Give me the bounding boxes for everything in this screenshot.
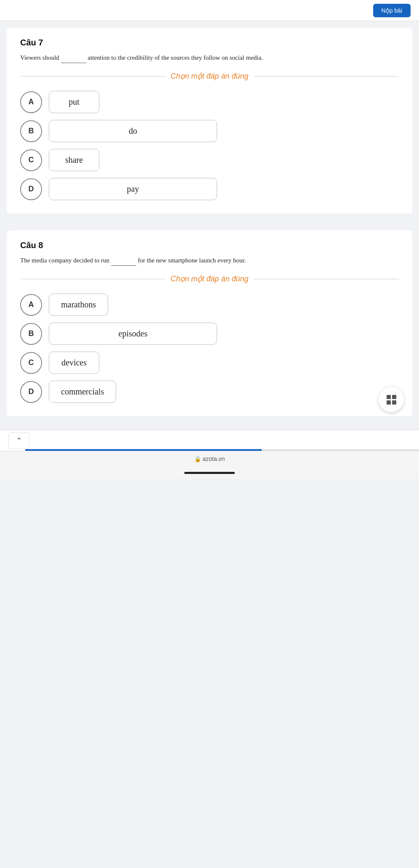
q7-box-d[interactable]: pay (49, 178, 217, 200)
q8-box-d[interactable]: commercials (49, 381, 116, 403)
q7-letter-a: A (20, 91, 42, 113)
scroll-up-button[interactable]: ⌃ (8, 432, 29, 449)
question-7-text: Viewers should attention to the credibil… (20, 53, 399, 63)
question-8-title: Câu 8 (20, 241, 399, 250)
q7-text-before: Viewers should (20, 54, 59, 61)
q7-text-after: attention to the credibility of the sour… (88, 54, 263, 61)
home-bar (184, 472, 235, 474)
divider-line-right (254, 76, 399, 77)
q8-option-c[interactable]: C devices (20, 352, 399, 374)
footer-url: 🔒 azota.vn (0, 451, 419, 466)
question-7-card: Câu 7 Viewers should attention to the cr… (7, 28, 412, 214)
q8-option-a[interactable]: A marathons (20, 294, 399, 316)
q7-option-d[interactable]: D pay (20, 178, 399, 200)
q7-option-a[interactable]: A put (20, 91, 399, 113)
bottom-gap (0, 423, 419, 430)
q8-option-b[interactable]: B episodes (20, 323, 399, 345)
q8-divider: Chọn một đáp án đúng (20, 274, 399, 283)
q8-choose-label: Chọn một đáp án đúng (170, 274, 248, 283)
q7-box-a[interactable]: put (49, 91, 99, 113)
question-8-card: Câu 8 The media company decided to run f… (7, 230, 412, 416)
grid-cell-4 (392, 400, 396, 405)
q8-divider-line-left (20, 279, 165, 279)
q7-blank (61, 53, 86, 63)
q8-option-d[interactable]: D commercials (20, 381, 399, 403)
grid-cell-1 (387, 395, 391, 399)
grid-icon (387, 395, 396, 405)
question-8-text: The media company decided to run for the… (20, 255, 399, 266)
q8-box-c[interactable]: devices (49, 352, 99, 374)
site-url: azota.vn (202, 455, 225, 462)
q7-box-c[interactable]: share (49, 149, 99, 171)
q7-letter-d: D (20, 178, 42, 200)
submit-button[interactable]: Nộp bài (373, 4, 411, 17)
divider-line-left (20, 76, 165, 77)
q8-blank (111, 255, 136, 266)
q7-option-b[interactable]: B do (20, 120, 399, 142)
q7-box-b[interactable]: do (49, 120, 217, 142)
q8-letter-a: A (20, 294, 42, 316)
grid-cell-2 (392, 395, 396, 399)
question-7-title: Câu 7 (20, 38, 399, 48)
grid-cell-3 (387, 400, 391, 405)
lock-icon: 🔒 (194, 456, 201, 462)
q8-box-b[interactable]: episodes (49, 323, 217, 345)
q8-options-list: A marathons B episodes C devices D comme… (20, 294, 399, 403)
progress-bar-fill (25, 449, 262, 451)
fab-grid-button[interactable] (379, 387, 404, 412)
q8-letter-b: B (20, 323, 42, 345)
q7-letter-b: B (20, 120, 42, 142)
q8-box-a[interactable]: marathons (49, 294, 108, 316)
q7-letter-c: C (20, 149, 42, 171)
q7-option-c[interactable]: C share (20, 149, 399, 171)
bottom-bar: ⌃ (0, 430, 419, 451)
q7-options-list: A put B do C share D pay (20, 91, 399, 200)
q8-letter-d: D (20, 381, 42, 403)
section-gap (0, 220, 419, 224)
q7-choose-label: Chọn một đáp án đúng (170, 71, 248, 81)
q8-divider-line-right (254, 279, 399, 279)
progress-bar-container (25, 449, 419, 451)
q8-letter-c: C (20, 352, 42, 374)
q8-text-before: The media company decided to run (20, 257, 109, 264)
header-bar: Nộp bài (0, 0, 419, 21)
home-indicator (0, 466, 419, 479)
q8-text-after: for the new smartphone launch every hour… (138, 257, 246, 264)
q7-divider: Chọn một đáp án đúng (20, 71, 399, 81)
